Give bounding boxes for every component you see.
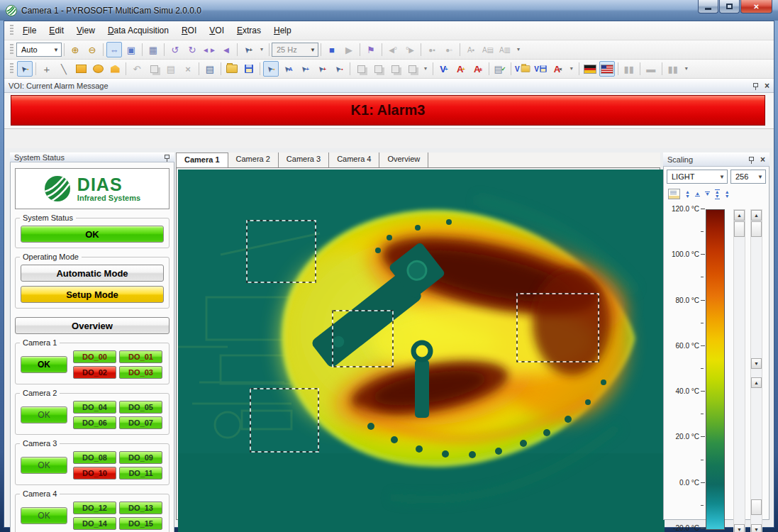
maximize-button[interactable] [719,0,740,13]
fit-window-icon[interactable]: ⇔ [106,42,122,57]
edit-list-icon[interactable]: ▤ [202,61,218,77]
ellipse-tool-icon[interactable] [90,61,106,77]
record-sequence-icon[interactable]: ●▫ [441,42,457,57]
tab-camera-3[interactable]: Camera 3 [279,153,329,167]
scale-shift-scrollbar[interactable]: ▲ ▼ [733,209,745,532]
menu-extras[interactable]: Extras [230,23,267,38]
toolbar-overflow2-icon[interactable]: ▾ [515,48,522,51]
zoom-mode-combo[interactable]: Auto▼ [16,43,62,57]
layer-4-icon[interactable] [404,61,420,77]
minimize-button[interactable] [698,0,718,13]
polygon-tool-icon[interactable] [107,61,123,77]
lower-limit-down-button[interactable]: ▼ [751,524,762,532]
record-image-icon[interactable]: ●▪ [424,42,440,57]
levels-combo[interactable]: 256▼ [730,170,766,184]
menu-roi[interactable]: ROI [175,23,203,38]
tab-camera-1[interactable]: Camera 1 [176,153,228,167]
setup-mode-button[interactable]: Setup Mode [21,286,164,303]
palette-properties-icon[interactable] [668,189,680,199]
toolbar5-overflow-icon[interactable]: ▾ [683,67,690,70]
save-icon[interactable] [241,61,257,77]
grid-icon[interactable]: ▦ [145,42,161,57]
layer-2-icon[interactable] [370,61,386,77]
roi-add-blue-icon[interactable]: ➤+ [297,61,313,77]
lower-limit-thumb[interactable] [751,499,762,515]
palette-combo[interactable]: LIGHT▼ [667,170,728,184]
voi-save-icon[interactable]: V [533,61,549,77]
stop-wide-icon[interactable]: ▬ [643,61,659,77]
upper-limit-down-button[interactable]: ▼ [751,358,762,369]
roi-add-red-icon[interactable]: ➤+ [314,61,330,77]
shift-down-button[interactable]: ▼ [734,524,745,532]
upper-limit-thumb[interactable] [751,221,762,237]
language-english-icon[interactable] [599,61,615,77]
scale-limit-scrollbar[interactable]: ▲ ▼ ▲ ▼ [750,209,762,532]
line-tool-icon[interactable]: ╲ [56,61,72,77]
framerate-combo[interactable]: 25 Hz▼ [272,43,318,57]
menu-edit[interactable]: Edit [43,23,70,38]
rotate-left-icon[interactable]: ↺ [167,42,183,57]
tab-camera-2[interactable]: Camera 2 [228,153,279,167]
tab-overview[interactable]: Overview [379,153,428,167]
voi-add-icon[interactable]: V+ [436,61,452,77]
alarm-add-2-icon[interactable]: A± [470,61,486,77]
lower-limit-up-button[interactable]: ▲ [751,377,762,388]
scaling-close-icon[interactable]: × [760,156,765,163]
rotate-right-icon[interactable]: ↻ [184,42,200,57]
menu-help[interactable]: Help [267,23,298,38]
stop-icon[interactable]: ■ [324,42,340,57]
automatic-mode-button[interactable]: Automatic Mode [21,265,164,282]
roi-select-icon[interactable]: ➤▪ [263,61,279,77]
rectangle-tool-icon[interactable] [73,61,89,77]
play-icon[interactable]: ▶ [341,42,357,57]
alarm-add-icon[interactable]: A+ [453,61,469,77]
overview-button[interactable]: Overview [15,317,170,334]
scale-min-down-icon[interactable]: ▼ [705,192,710,196]
menu-file[interactable]: File [16,23,43,38]
voi-open-icon[interactable]: V [514,61,532,77]
close-button[interactable]: ✕ [740,0,772,13]
language-german-icon[interactable] [582,61,598,77]
shift-up-button[interactable]: ▲ [734,210,745,221]
audio-in-icon[interactable]: ◀⁰ [385,42,401,57]
scaling-pin-icon[interactable] [748,156,755,164]
zoom-out-icon[interactable]: ⊖ [84,42,100,57]
flip-horizontal-icon[interactable]: ◄► [201,42,217,57]
roi-add-label-icon[interactable]: ➤A [280,61,296,77]
audio-out-icon[interactable]: ⁰▶ [402,42,418,57]
undo-icon[interactable]: ↶ [129,61,145,77]
thermal-image[interactable] [178,170,665,532]
voi-close-icon[interactable]: × [765,82,769,89]
delete-icon[interactable]: × [180,61,196,77]
scale-expand-icon[interactable]: ▲▼ [685,190,690,199]
zoom-in-icon[interactable]: ⊕ [67,42,83,57]
menu-voi[interactable]: VOI [203,23,230,38]
save-text-a-icon[interactable]: A▪ [463,42,479,57]
toolbar-overflow-icon[interactable]: ▾ [258,48,265,51]
open-icon[interactable] [224,61,240,77]
flip-vertical-icon[interactable]: ◄ [218,42,234,57]
select-tool-icon[interactable]: ➤▪ [17,61,33,77]
pause-b-icon[interactable]: ▮▮ [665,61,681,77]
full-image-icon[interactable]: ▣ [123,42,139,57]
scale-auto-icon[interactable]: ▲▼ [725,190,730,199]
voi-form-icon[interactable]: ▤✓ [492,61,508,77]
layer-3-icon[interactable] [387,61,403,77]
tab-camera-4[interactable]: Camera 4 [329,153,379,167]
cursor-add-icon[interactable]: ➤+ [240,42,256,57]
voi-pin-icon[interactable] [752,82,759,90]
scale-auto-full-icon[interactable]: ▲▼ [715,189,720,199]
save-text-b-icon[interactable]: A▤ [480,42,496,57]
point-tool-icon[interactable]: + [39,61,55,77]
toolbar3-overflow-icon[interactable]: ▾ [422,67,429,70]
save-text-c-icon[interactable]: A▥ [497,42,513,57]
scale-max-up-icon[interactable]: ▲ [695,192,700,196]
paste-icon[interactable]: ▤ [163,61,179,77]
alarm-delete-icon[interactable]: A× [550,61,566,77]
roi-delete-icon[interactable]: ➤▪ [331,61,347,77]
upper-limit-up-button[interactable]: ▲ [751,210,762,221]
pause-a-icon[interactable]: ▮▮ [621,61,637,77]
menu-view[interactable]: View [70,23,101,38]
layer-1-icon[interactable] [353,61,369,77]
copy-icon[interactable] [146,61,162,77]
